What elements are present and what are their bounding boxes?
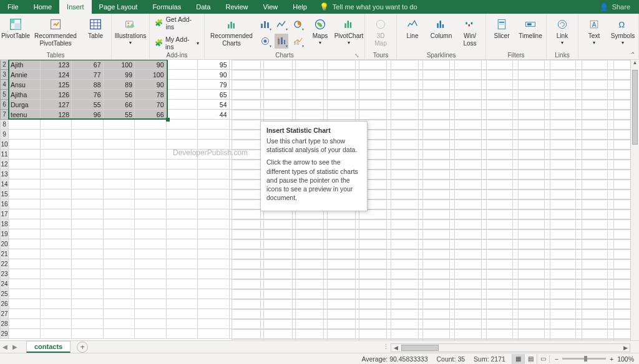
- cell[interactable]: [104, 140, 135, 150]
- cell[interactable]: 89: [104, 80, 135, 90]
- cell[interactable]: [198, 180, 230, 189]
- cell[interactable]: [198, 170, 230, 180]
- cell[interactable]: [41, 120, 72, 130]
- cell[interactable]: [198, 279, 230, 289]
- scroll-thumb-h[interactable]: [401, 345, 439, 351]
- row-header[interactable]: 18: [0, 219, 9, 229]
- tab-insert[interactable]: Insert: [59, 0, 92, 14]
- get-addins-button[interactable]: 🧩 Get Add-ins: [152, 14, 202, 32]
- row-header[interactable]: 26: [0, 299, 9, 309]
- sheet-nav-prev[interactable]: ◀: [0, 343, 10, 350]
- cell[interactable]: [167, 150, 198, 160]
- cell[interactable]: [167, 229, 198, 239]
- horizontal-scrollbar[interactable]: ◀ ▶: [391, 343, 630, 352]
- cell[interactable]: [9, 170, 41, 180]
- cell[interactable]: [167, 219, 198, 229]
- cell[interactable]: [167, 299, 198, 309]
- cell[interactable]: [104, 199, 135, 209]
- row-header[interactable]: 5: [0, 90, 9, 100]
- cell[interactable]: [41, 239, 72, 249]
- cell[interactable]: 88: [72, 80, 104, 90]
- cell[interactable]: [198, 249, 230, 259]
- scroll-left-arrow[interactable]: ◀: [391, 345, 400, 351]
- row-header[interactable]: 28: [0, 319, 9, 329]
- cell[interactable]: [72, 289, 104, 299]
- cell[interactable]: Ajitha: [9, 90, 41, 100]
- cell[interactable]: [41, 209, 72, 219]
- cell[interactable]: [135, 199, 167, 209]
- cell[interactable]: [9, 319, 41, 329]
- cell[interactable]: [135, 150, 167, 160]
- vertical-scrollbar[interactable]: ▲: [630, 60, 639, 340]
- cell[interactable]: [104, 209, 135, 219]
- cell[interactable]: [72, 150, 104, 160]
- cell[interactable]: [41, 229, 72, 239]
- tab-view[interactable]: View: [256, 0, 286, 14]
- cell[interactable]: [9, 269, 41, 279]
- cell[interactable]: [167, 309, 198, 319]
- cell[interactable]: [104, 299, 135, 309]
- cell[interactable]: 79: [198, 80, 230, 90]
- cell[interactable]: [198, 329, 230, 339]
- cell[interactable]: [72, 309, 104, 319]
- slicer-button[interactable]: Slicer: [489, 15, 515, 40]
- table-button[interactable]: Table: [82, 15, 109, 40]
- cell[interactable]: [135, 289, 167, 299]
- cell[interactable]: [198, 160, 230, 170]
- cell[interactable]: 55: [104, 110, 135, 120]
- cell[interactable]: [72, 180, 104, 189]
- cell[interactable]: [135, 319, 167, 329]
- cell[interactable]: [9, 209, 41, 219]
- sparkline-line-button[interactable]: Line: [399, 15, 426, 40]
- hierarchy-chart-dropdown[interactable]: ▾: [258, 34, 272, 49]
- cell[interactable]: [135, 239, 167, 249]
- cell[interactable]: 67: [72, 60, 104, 70]
- cell[interactable]: 90: [198, 70, 230, 80]
- cell[interactable]: [9, 120, 41, 130]
- cell[interactable]: [104, 289, 135, 299]
- combo-chart-dropdown[interactable]: ▾: [291, 34, 305, 49]
- row-header[interactable]: 11: [0, 150, 9, 160]
- cell[interactable]: [198, 229, 230, 239]
- cell[interactable]: [167, 319, 198, 329]
- cell[interactable]: [104, 120, 135, 130]
- sparkline-winloss-button[interactable]: Win/ Loss: [457, 15, 483, 47]
- cell[interactable]: [135, 140, 167, 150]
- row-header[interactable]: 9: [0, 130, 9, 140]
- sheet-tab-contacts[interactable]: contacts: [26, 341, 71, 353]
- cell[interactable]: [104, 170, 135, 180]
- cell[interactable]: 124: [41, 70, 72, 80]
- cell[interactable]: [198, 269, 230, 279]
- cell[interactable]: [104, 229, 135, 239]
- cell[interactable]: [167, 199, 198, 209]
- cell[interactable]: [72, 130, 104, 140]
- cell[interactable]: [198, 319, 230, 329]
- timeline-button[interactable]: Timeline: [517, 15, 544, 40]
- cell[interactable]: [41, 309, 72, 319]
- cell[interactable]: [9, 299, 41, 309]
- cell[interactable]: [41, 180, 72, 189]
- row-header[interactable]: 7: [0, 110, 9, 120]
- cell[interactable]: [135, 249, 167, 259]
- cell[interactable]: [41, 189, 72, 199]
- cell[interactable]: [9, 160, 41, 170]
- cell[interactable]: [167, 70, 198, 80]
- cell[interactable]: [198, 259, 230, 269]
- cell[interactable]: [72, 319, 104, 329]
- cell[interactable]: [104, 189, 135, 199]
- cell[interactable]: [41, 289, 72, 299]
- zoom-level[interactable]: 100%: [617, 355, 634, 363]
- cell[interactable]: [198, 120, 230, 130]
- cell[interactable]: [198, 209, 230, 219]
- cell[interactable]: 126: [41, 90, 72, 100]
- cell[interactable]: [9, 219, 41, 229]
- piechart-dropdown[interactable]: ▾: [291, 17, 305, 32]
- cell[interactable]: Annie: [9, 70, 41, 80]
- cell[interactable]: [167, 120, 198, 130]
- collapse-ribbon-icon[interactable]: ⌃: [630, 51, 635, 58]
- cell[interactable]: 55: [72, 100, 104, 110]
- cell[interactable]: Ajith: [9, 60, 41, 70]
- cell[interactable]: [41, 130, 72, 140]
- row-header[interactable]: 17: [0, 209, 9, 219]
- cell[interactable]: [135, 130, 167, 140]
